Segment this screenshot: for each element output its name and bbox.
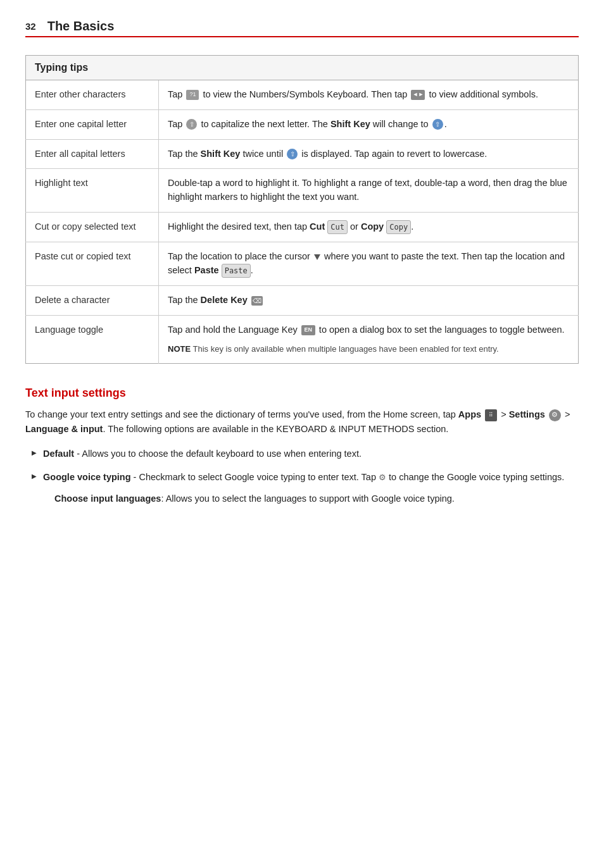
sym-key-icon: ?1 (186, 90, 199, 100)
shift-active2-icon: ⇧ (287, 149, 298, 159)
row-label: Language toggle (26, 315, 159, 363)
row-label: Highlight text (26, 169, 159, 213)
row-label: Enter other characters (26, 80, 159, 110)
shift-key-icon: ⇧ (186, 119, 197, 130)
language-toggle-note: NOTE This key is only available when mul… (168, 343, 569, 356)
row-content: Tap the Delete Key ⌫ (159, 285, 579, 315)
paste-key-icon: Paste (222, 264, 251, 278)
page-header: 32 The Basics (25, 19, 579, 37)
row-label: Delete a character (26, 285, 159, 315)
section-intro: To change your text entry settings and s… (25, 407, 579, 437)
row-label: Enter all capital letters (26, 139, 159, 169)
text-input-section: Text input settings To change your text … (25, 387, 579, 506)
table-row: Highlight text Double-tap a word to high… (26, 169, 579, 213)
cut-key-icon: Cut (327, 220, 348, 234)
row-label: Paste cut or copied text (26, 242, 159, 285)
lang-key-icon: EN (301, 325, 315, 335)
page-number: 32 (25, 21, 36, 32)
table-row: Enter other characters Tap ?1 to view th… (26, 80, 579, 110)
table-row: Delete a character Tap the Delete Key ⌫ (26, 285, 579, 315)
section-title: Text input settings (25, 387, 579, 400)
row-content: Tap the Shift Key twice until ⇧ is displ… (159, 139, 579, 169)
arrow-key-icon: ◄► (411, 90, 425, 100)
row-content: Tap the location to place the cursor whe… (159, 242, 579, 285)
shift-active-icon: ⇧ (432, 119, 443, 130)
page-title: The Basics (47, 19, 115, 34)
row-content: Tap ?1 to view the Numbers/Symbols Keybo… (159, 80, 579, 110)
table-row: Language toggle Tap and hold the Languag… (26, 315, 579, 363)
row-content: Double-tap a word to highlight it. To hi… (159, 169, 579, 213)
delete-key-icon: ⌫ (251, 296, 263, 306)
copy-key-icon: Copy (386, 220, 411, 234)
list-item-google-voice: Google voice typing - Checkmark to selec… (32, 470, 579, 505)
settings-icon: ⚙ (549, 409, 561, 421)
row-content: Highlight the desired text, then tap Cut… (159, 212, 579, 242)
bullet-list: Default - Allows you to choose the defau… (32, 447, 579, 506)
row-label: Cut or copy selected text (26, 212, 159, 242)
choose-input-label: Choose input languages (54, 493, 161, 504)
row-label: Enter one capital letter (26, 109, 159, 139)
list-item-default: Default - Allows you to choose the defau… (32, 447, 579, 461)
row-content: Tap ⇧ to capitalize the next letter. The… (159, 109, 579, 139)
table-row: Enter one capital letter Tap ⇧ to capita… (26, 109, 579, 139)
apps-icon: ⠿ (485, 409, 497, 421)
gear-icon: ⚙ (379, 471, 386, 485)
table-row: Paste cut or copied text Tap the locatio… (26, 242, 579, 285)
row-content: Tap and hold the Language Key EN to open… (159, 315, 579, 363)
typing-tips-table: Typing tips Enter other characters Tap ?… (25, 55, 579, 364)
sub-item-choose-input: Choose input languages: Allows you to se… (54, 492, 579, 506)
table-row: Cut or copy selected text Highlight the … (26, 212, 579, 242)
table-row: Enter all capital letters Tap the Shift … (26, 139, 579, 169)
table-header: Typing tips (26, 56, 579, 80)
note-label: NOTE (168, 344, 191, 354)
cursor-icon (314, 254, 320, 260)
